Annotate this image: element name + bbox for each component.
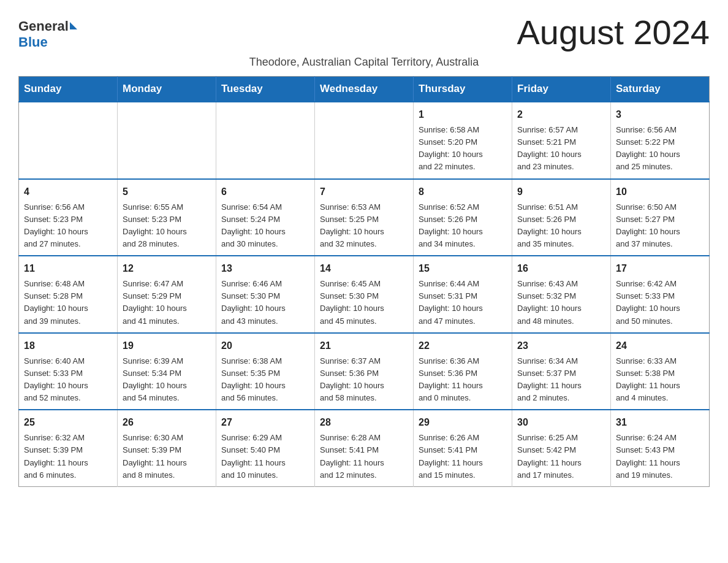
- day-info: Sunrise: 6:48 AMSunset: 5:28 PMDaylight:…: [24, 278, 112, 327]
- day-info: Sunrise: 6:58 AMSunset: 5:20 PMDaylight:…: [419, 124, 507, 174]
- day-info: Sunrise: 6:44 AMSunset: 5:31 PMDaylight:…: [419, 278, 507, 327]
- calendar-week-row: 11Sunrise: 6:48 AMSunset: 5:28 PMDayligh…: [19, 256, 710, 333]
- calendar-day-cell: 1Sunrise: 6:58 AMSunset: 5:20 PMDaylight…: [414, 102, 512, 179]
- day-number: 27: [221, 415, 309, 430]
- day-number: 26: [123, 415, 211, 430]
- calendar-week-row: 1Sunrise: 6:58 AMSunset: 5:20 PMDaylight…: [19, 102, 710, 179]
- day-number: 14: [320, 261, 408, 276]
- day-number: 28: [320, 415, 408, 430]
- day-number: 25: [24, 415, 112, 430]
- day-number: 29: [419, 415, 507, 430]
- calendar-table: SundayMondayTuesdayWednesdayThursdayFrid…: [18, 76, 710, 487]
- day-number: 12: [123, 261, 211, 276]
- calendar-day-cell: 23Sunrise: 6:34 AMSunset: 5:37 PMDayligh…: [512, 333, 611, 410]
- day-number: 24: [616, 339, 704, 353]
- day-info: Sunrise: 6:24 AMSunset: 5:43 PMDaylight:…: [616, 432, 704, 481]
- calendar-day-cell: 29Sunrise: 6:26 AMSunset: 5:41 PMDayligh…: [414, 410, 512, 486]
- day-info: Sunrise: 6:42 AMSunset: 5:33 PMDaylight:…: [616, 278, 704, 327]
- calendar-day-cell: 9Sunrise: 6:51 AMSunset: 5:26 PMDaylight…: [512, 179, 611, 256]
- calendar-day-cell: 30Sunrise: 6:25 AMSunset: 5:42 PMDayligh…: [512, 410, 611, 486]
- day-info: Sunrise: 6:54 AMSunset: 5:24 PMDaylight:…: [221, 201, 309, 251]
- calendar-day-cell: 12Sunrise: 6:47 AMSunset: 5:29 PMDayligh…: [118, 256, 216, 333]
- day-info: Sunrise: 6:36 AMSunset: 5:36 PMDaylight:…: [419, 355, 507, 405]
- day-info: Sunrise: 6:34 AMSunset: 5:37 PMDaylight:…: [517, 355, 605, 405]
- weekday-header: Friday: [512, 77, 611, 102]
- day-info: Sunrise: 6:46 AMSunset: 5:30 PMDaylight:…: [221, 278, 309, 327]
- day-number: 11: [24, 261, 112, 276]
- calendar-day-cell: 10Sunrise: 6:50 AMSunset: 5:27 PMDayligh…: [611, 179, 710, 256]
- day-number: 18: [24, 339, 112, 353]
- calendar-week-row: 4Sunrise: 6:56 AMSunset: 5:23 PMDaylight…: [19, 179, 710, 256]
- calendar-week-row: 18Sunrise: 6:40 AMSunset: 5:33 PMDayligh…: [19, 333, 710, 410]
- calendar-day-cell: 26Sunrise: 6:30 AMSunset: 5:39 PMDayligh…: [118, 410, 216, 486]
- day-number: 23: [517, 339, 605, 353]
- logo-blue: Blue: [18, 34, 48, 50]
- calendar-day-cell: 24Sunrise: 6:33 AMSunset: 5:38 PMDayligh…: [611, 333, 710, 410]
- day-info: Sunrise: 6:37 AMSunset: 5:36 PMDaylight:…: [320, 355, 408, 405]
- day-number: 3: [616, 107, 704, 122]
- month-year-title: August 2024: [517, 12, 710, 52]
- day-info: Sunrise: 6:43 AMSunset: 5:32 PMDaylight:…: [517, 278, 605, 327]
- day-info: Sunrise: 6:39 AMSunset: 5:34 PMDaylight:…: [123, 355, 211, 405]
- calendar-day-cell: 5Sunrise: 6:55 AMSunset: 5:23 PMDaylight…: [118, 179, 216, 256]
- calendar-day-cell: 17Sunrise: 6:42 AMSunset: 5:33 PMDayligh…: [611, 256, 710, 333]
- day-number: 9: [517, 185, 605, 199]
- day-number: 15: [419, 261, 507, 276]
- day-number: 1: [419, 107, 507, 122]
- day-info: Sunrise: 6:40 AMSunset: 5:33 PMDaylight:…: [24, 355, 112, 405]
- weekday-header: Sunday: [19, 77, 118, 102]
- weekday-header: Saturday: [611, 77, 710, 102]
- calendar-header-row: SundayMondayTuesdayWednesdayThursdayFrid…: [19, 77, 710, 102]
- day-number: 5: [123, 185, 211, 199]
- calendar-day-cell: [118, 102, 216, 179]
- day-info: Sunrise: 6:50 AMSunset: 5:27 PMDaylight:…: [616, 201, 704, 251]
- calendar-day-cell: 14Sunrise: 6:45 AMSunset: 5:30 PMDayligh…: [315, 256, 414, 333]
- day-number: 7: [320, 185, 408, 199]
- day-info: Sunrise: 6:52 AMSunset: 5:26 PMDaylight:…: [419, 201, 507, 251]
- calendar-day-cell: 28Sunrise: 6:28 AMSunset: 5:41 PMDayligh…: [315, 410, 414, 486]
- day-info: Sunrise: 6:26 AMSunset: 5:41 PMDaylight:…: [419, 432, 507, 481]
- calendar-day-cell: 7Sunrise: 6:53 AMSunset: 5:25 PMDaylight…: [315, 179, 414, 256]
- day-number: 19: [123, 339, 211, 353]
- calendar-day-cell: 18Sunrise: 6:40 AMSunset: 5:33 PMDayligh…: [19, 333, 118, 410]
- day-number: 21: [320, 339, 408, 353]
- day-number: 16: [517, 261, 605, 276]
- weekday-header: Tuesday: [216, 77, 315, 102]
- day-info: Sunrise: 6:47 AMSunset: 5:29 PMDaylight:…: [123, 278, 211, 327]
- calendar-day-cell: 31Sunrise: 6:24 AMSunset: 5:43 PMDayligh…: [611, 410, 710, 486]
- calendar-day-cell: 22Sunrise: 6:36 AMSunset: 5:36 PMDayligh…: [414, 333, 512, 410]
- day-info: Sunrise: 6:45 AMSunset: 5:30 PMDaylight:…: [320, 278, 408, 327]
- day-info: Sunrise: 6:56 AMSunset: 5:22 PMDaylight:…: [616, 124, 704, 174]
- day-info: Sunrise: 6:51 AMSunset: 5:26 PMDaylight:…: [517, 201, 605, 251]
- calendar-day-cell: 21Sunrise: 6:37 AMSunset: 5:36 PMDayligh…: [315, 333, 414, 410]
- weekday-header: Thursday: [414, 77, 512, 102]
- logo: General Blue: [18, 18, 77, 50]
- day-number: 6: [221, 185, 309, 199]
- calendar-day-cell: 6Sunrise: 6:54 AMSunset: 5:24 PMDaylight…: [216, 179, 315, 256]
- day-number: 4: [24, 185, 112, 199]
- calendar-day-cell: 16Sunrise: 6:43 AMSunset: 5:32 PMDayligh…: [512, 256, 611, 333]
- calendar-day-cell: 4Sunrise: 6:56 AMSunset: 5:23 PMDaylight…: [19, 179, 118, 256]
- page-header: General Blue August 2024: [18, 12, 710, 52]
- calendar-day-cell: 13Sunrise: 6:46 AMSunset: 5:30 PMDayligh…: [216, 256, 315, 333]
- day-info: Sunrise: 6:53 AMSunset: 5:25 PMDaylight:…: [320, 201, 408, 251]
- weekday-header: Monday: [118, 77, 216, 102]
- day-number: 30: [517, 415, 605, 430]
- calendar-day-cell: [216, 102, 315, 179]
- calendar-day-cell: 19Sunrise: 6:39 AMSunset: 5:34 PMDayligh…: [118, 333, 216, 410]
- day-info: Sunrise: 6:29 AMSunset: 5:40 PMDaylight:…: [221, 432, 309, 481]
- day-info: Sunrise: 6:30 AMSunset: 5:39 PMDaylight:…: [123, 432, 211, 481]
- day-info: Sunrise: 6:25 AMSunset: 5:42 PMDaylight:…: [517, 432, 605, 481]
- day-number: 22: [419, 339, 507, 353]
- day-info: Sunrise: 6:28 AMSunset: 5:41 PMDaylight:…: [320, 432, 408, 481]
- logo-triangle-icon: [70, 22, 77, 29]
- calendar-day-cell: 2Sunrise: 6:57 AMSunset: 5:21 PMDaylight…: [512, 102, 611, 179]
- day-number: 8: [419, 185, 507, 199]
- day-info: Sunrise: 6:33 AMSunset: 5:38 PMDaylight:…: [616, 355, 704, 405]
- day-info: Sunrise: 6:57 AMSunset: 5:21 PMDaylight:…: [517, 124, 605, 174]
- day-info: Sunrise: 6:38 AMSunset: 5:35 PMDaylight:…: [221, 355, 309, 405]
- calendar-day-cell: 27Sunrise: 6:29 AMSunset: 5:40 PMDayligh…: [216, 410, 315, 486]
- day-number: 17: [616, 261, 704, 276]
- day-info: Sunrise: 6:32 AMSunset: 5:39 PMDaylight:…: [24, 432, 112, 481]
- location-subtitle: Theodore, Australian Capital Territory, …: [18, 56, 710, 69]
